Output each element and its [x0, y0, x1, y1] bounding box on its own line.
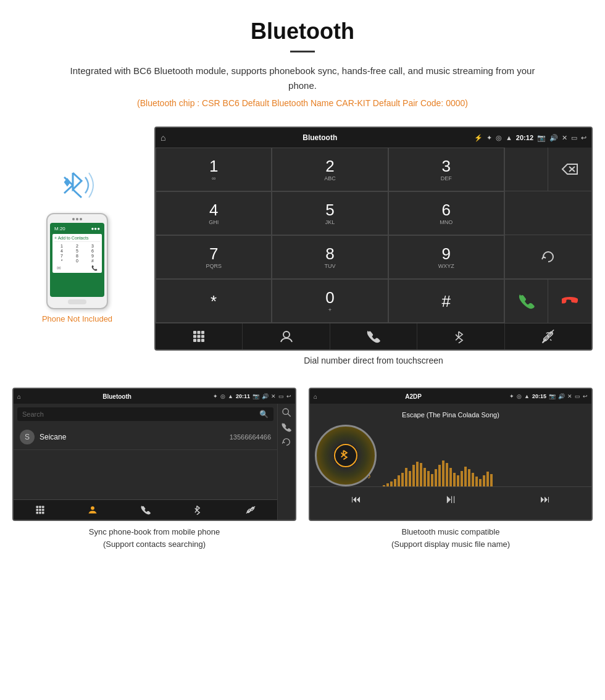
- prev-track-btn[interactable]: ⏮: [351, 494, 361, 505]
- music-home-icon[interactable]: ⌂: [314, 393, 317, 400]
- dial-backspace[interactable]: [548, 148, 591, 191]
- dial-key-1[interactable]: 1∞: [156, 148, 272, 191]
- reload-icon: [540, 248, 557, 265]
- nav-contacts[interactable]: [243, 323, 330, 349]
- rect-icon: ▭: [571, 134, 577, 142]
- pb-search-icon[interactable]: 🔍: [259, 410, 269, 419]
- dial-key-7[interactable]: 7PQRS: [156, 235, 272, 279]
- dial-key-hash[interactable]: #: [388, 279, 504, 323]
- pb-contact-avatar: S: [20, 430, 35, 444]
- phonebook-card: ⌂ Bluetooth ✦ ◎ ▲ 20:11 📷 🔊 ✕ ▭ ↩: [12, 388, 296, 550]
- play-pause-btn[interactable]: ⏯: [444, 492, 457, 506]
- phone-mockup: M:20●●● + Add to Contacts 1 2 3 4 5 6 7 …: [46, 213, 108, 309]
- nav-dialpad[interactable]: [156, 323, 243, 349]
- pb-contact-initial: S: [25, 433, 30, 441]
- dial-call-red[interactable]: [548, 280, 591, 323]
- pb-close-icon: ✕: [271, 393, 276, 399]
- large-screen: ⌂ Bluetooth ⚡ ✦ ◎ ▲ 20:12 📷 🔊 ✕ ▭ ↩: [154, 127, 593, 351]
- pb-nav-person[interactable]: [66, 500, 119, 520]
- dial-key-8[interactable]: 8TUV: [272, 235, 388, 279]
- phone-screen: M:20●●● + Add to Contacts 1 2 3 4 5 6 7 …: [50, 223, 104, 297]
- backspace-icon: [561, 163, 578, 175]
- pb-nav-phone[interactable]: [119, 500, 172, 520]
- visualizer-bar: [486, 472, 489, 486]
- back-icon[interactable]: ↩: [581, 134, 586, 142]
- dial-call-green[interactable]: [505, 280, 549, 323]
- pb-right-search-icon[interactable]: [282, 407, 291, 417]
- dial-key-5[interactable]: 5JKL: [272, 191, 388, 235]
- dial-key-6[interactable]: 6MNO: [388, 191, 504, 235]
- svg-rect-7: [193, 335, 196, 338]
- pb-contact-name: Seicane: [40, 433, 225, 441]
- pb-back-icon[interactable]: ↩: [286, 393, 291, 399]
- phone-dot: [76, 218, 78, 220]
- pb-link-icon: [246, 505, 256, 515]
- visualizer-bar: [427, 471, 430, 486]
- svg-rect-10: [193, 339, 196, 342]
- home-icon[interactable]: ⌂: [161, 133, 165, 143]
- title-divider: [290, 51, 315, 52]
- svg-rect-20: [39, 506, 41, 508]
- phone-column: ⬧: [12, 127, 142, 375]
- visualizer-bar: [438, 465, 441, 486]
- visualizer-bar: [475, 477, 478, 486]
- visualizer-bar: [398, 475, 400, 486]
- dial-key-0[interactable]: 0+: [272, 279, 388, 323]
- disc-bluetooth-icon: [340, 449, 352, 462]
- pb-right-reload-icon[interactable]: [282, 437, 291, 447]
- dial-key-3[interactable]: 3DEF: [388, 148, 504, 191]
- dialpad-area: 1∞ 2ABC 3DEF 4GHI 5JKL: [156, 148, 591, 323]
- nav-phone[interactable]: [330, 323, 417, 349]
- pb-contact-row[interactable]: S Seicane 13566664466: [14, 425, 277, 450]
- bottom-section: ⌂ Bluetooth ✦ ◎ ▲ 20:11 📷 🔊 ✕ ▭ ↩: [0, 388, 605, 550]
- phone-key: 5: [70, 249, 85, 253]
- music-back-icon[interactable]: ↩: [583, 393, 588, 399]
- dial-key-star[interactable]: *: [156, 279, 272, 323]
- pb-home-icon[interactable]: ⌂: [17, 393, 21, 400]
- pb-bt-icon: ✦: [213, 393, 218, 399]
- visualizer-bar: [442, 460, 444, 486]
- visualizer-bar: [446, 463, 448, 486]
- phone-key: 4: [54, 249, 69, 253]
- next-track-btn[interactable]: ⏭: [540, 494, 550, 505]
- pb-rect-icon: ▭: [278, 393, 284, 399]
- dial-key-2[interactable]: 2ABC: [272, 148, 388, 191]
- bottom-nav: [156, 323, 591, 349]
- visualizer-bar: [449, 468, 452, 486]
- svg-rect-9: [201, 335, 204, 338]
- phone-dot: [80, 218, 82, 220]
- dial-key-9[interactable]: 9WXYZ: [388, 235, 504, 279]
- svg-line-37: [341, 455, 344, 457]
- dial-key-4[interactable]: 4GHI: [156, 191, 272, 235]
- visualizer-bar: [468, 469, 470, 486]
- svg-rect-8: [198, 335, 201, 338]
- music-controls: ⏮ ⏯ ⏭: [310, 486, 591, 511]
- bluetooth-specs: (Bluetooth chip : CSR BC6 Default Blueto…: [37, 98, 568, 108]
- music-location-icon: ◎: [517, 393, 522, 399]
- pb-cam-icon: 📷: [252, 393, 259, 399]
- pb-nav-bluetooth[interactable]: [172, 500, 224, 520]
- pb-search-bar[interactable]: Search 🔍: [17, 407, 273, 421]
- phone-home-button: [68, 299, 86, 304]
- phone-screen-body: + Add to Contacts 1 2 3 4 5 6 7 8 9 *: [52, 234, 102, 273]
- visualizer-bar: [405, 468, 407, 486]
- svg-line-15: [456, 338, 459, 341]
- pb-nav-dialpad[interactable]: [14, 500, 66, 520]
- pb-empty-area: [14, 450, 277, 499]
- phone-key: 6: [85, 249, 100, 253]
- svg-rect-6: [201, 331, 204, 334]
- page-title: Bluetooth: [37, 19, 568, 44]
- dial-reload[interactable]: [505, 235, 591, 279]
- visualizer-bar: [394, 479, 396, 486]
- pb-nav-link[interactable]: [225, 500, 277, 520]
- svg-rect-26: [39, 512, 41, 514]
- phonebook-screen: ⌂ Bluetooth ✦ ◎ ▲ 20:11 📷 🔊 ✕ ▭ ↩: [12, 388, 296, 521]
- visualizer-bar: [464, 467, 467, 486]
- nav-bluetooth[interactable]: [417, 323, 504, 349]
- call-green-icon: [519, 293, 535, 309]
- music-caption-line1: Bluetooth music compatible: [402, 527, 500, 536]
- pb-right-phone-icon[interactable]: [282, 422, 291, 432]
- nav-link[interactable]: [505, 323, 591, 349]
- visualizer-bar: [416, 462, 419, 486]
- dialpad-main: 1∞ 2ABC 3DEF 4GHI 5JKL: [156, 148, 504, 323]
